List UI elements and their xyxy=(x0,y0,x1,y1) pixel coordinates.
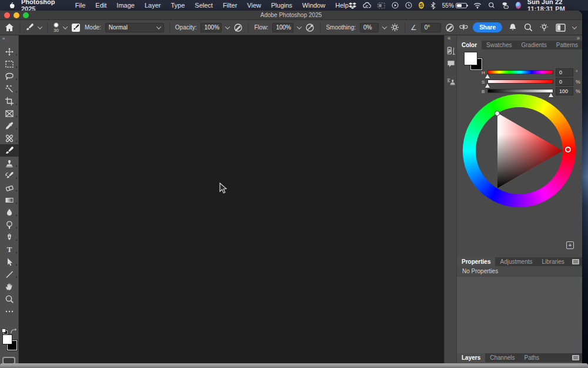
flow-input[interactable]: 100% xyxy=(272,23,293,32)
menu-help[interactable]: Help xyxy=(335,2,349,9)
tab-swatches[interactable]: Swatches xyxy=(482,41,516,49)
menu-file[interactable]: File xyxy=(75,2,86,9)
brush-angle-input[interactable]: 0° xyxy=(421,23,441,32)
blur-tool[interactable] xyxy=(0,206,19,218)
marquee-tool[interactable] xyxy=(0,58,19,70)
dropbox-icon[interactable] xyxy=(349,2,356,9)
tab-channels[interactable]: Channels xyxy=(485,353,519,362)
brightness-slider[interactable] xyxy=(487,89,553,93)
color-wheel[interactable] xyxy=(462,93,577,211)
hue-value-input[interactable]: 0 xyxy=(556,68,573,77)
siri-icon[interactable] xyxy=(516,2,521,9)
workspace-chevron-icon[interactable] xyxy=(572,24,577,29)
airbrush-icon[interactable] xyxy=(305,23,315,32)
dodge-tool[interactable] xyxy=(0,218,19,231)
edit-toolbar-ellipsis-icon[interactable] xyxy=(0,305,19,317)
tool-preset-chevron-icon[interactable] xyxy=(38,24,42,29)
pen-tool[interactable] xyxy=(0,231,19,243)
frame-tool[interactable] xyxy=(0,107,19,120)
home-button[interactable] xyxy=(5,23,14,32)
tool-preset-brush-icon[interactable] xyxy=(25,23,34,32)
share-button[interactable]: Share xyxy=(473,22,502,32)
gradient-tool[interactable] xyxy=(0,194,19,206)
zoom-tool[interactable] xyxy=(0,293,19,305)
blend-mode-select[interactable]: Normal xyxy=(105,23,164,32)
clone-source-icon[interactable] xyxy=(447,78,455,88)
brush-tip-preview[interactable]: 30 xyxy=(54,22,59,33)
hue-slider[interactable] xyxy=(487,70,553,74)
menu-filter[interactable]: Filter xyxy=(223,2,237,9)
opacity-pressure-icon[interactable] xyxy=(233,23,243,32)
hue-ring-marker[interactable] xyxy=(565,147,571,152)
path-selection-tool[interactable] xyxy=(0,256,19,268)
tab-properties[interactable]: Properties xyxy=(457,257,495,266)
tab-layers[interactable]: Layers xyxy=(457,353,485,362)
zoom-window-button[interactable] xyxy=(23,12,29,18)
lasso-tool[interactable] xyxy=(0,70,19,82)
discover-lightbulb-icon[interactable] xyxy=(540,23,549,32)
opacity-chevron-icon[interactable] xyxy=(225,24,230,29)
tab-paths[interactable]: Paths xyxy=(520,353,544,362)
menu-select[interactable]: Select xyxy=(195,2,213,9)
saturation-slider-thumb[interactable] xyxy=(485,84,490,88)
hand-tool[interactable] xyxy=(0,280,19,293)
type-tool[interactable]: T xyxy=(0,243,19,256)
tab-patterns[interactable]: Patterns xyxy=(552,41,582,49)
brush-settings-icon[interactable] xyxy=(447,47,455,58)
minimize-window-button[interactable] xyxy=(14,12,19,18)
eyedropper-tool[interactable] xyxy=(0,120,19,132)
opacity-input[interactable]: 100% xyxy=(201,23,222,32)
tab-adjustments[interactable]: Adjustments xyxy=(495,257,537,266)
user-switch-icon[interactable] xyxy=(502,2,509,9)
menu-plugins[interactable]: Plugins xyxy=(271,2,292,9)
play-circle-icon[interactable] xyxy=(392,2,399,9)
tab-libraries[interactable]: Libraries xyxy=(537,257,569,266)
menu-layer[interactable]: Layer xyxy=(145,2,161,9)
search-icon[interactable] xyxy=(524,23,533,32)
close-window-button[interactable] xyxy=(4,12,10,18)
panel-foreground-swatch[interactable] xyxy=(464,52,477,65)
line-tool[interactable] xyxy=(0,268,19,280)
symmetry-butterfly-icon[interactable] xyxy=(459,23,469,32)
tab-gradients[interactable]: Gradients xyxy=(516,41,551,49)
apple-menu-icon[interactable] xyxy=(8,2,15,9)
move-tool[interactable] xyxy=(0,45,19,58)
wifi-icon[interactable] xyxy=(473,2,482,9)
time-machine-icon[interactable] xyxy=(405,2,412,9)
foreground-color-swatch[interactable] xyxy=(2,334,12,344)
crop-tool[interactable] xyxy=(0,95,19,107)
brush-picker-chevron-icon[interactable] xyxy=(63,24,68,29)
window-icon[interactable] xyxy=(377,2,385,9)
menu-window[interactable]: Window xyxy=(302,2,325,9)
bluetooth-icon[interactable] xyxy=(430,2,436,9)
notifications-bell-icon[interactable] xyxy=(509,23,517,32)
healing-brush-tool[interactable] xyxy=(0,132,19,144)
smoothing-input[interactable]: 0% xyxy=(360,23,379,32)
layers-panel-menu-icon[interactable] xyxy=(572,355,579,360)
saturation-brightness-triangle[interactable] xyxy=(476,107,563,194)
hue-slider-thumb[interactable] xyxy=(485,74,490,78)
add-to-swatches-button[interactable]: + xyxy=(566,241,574,249)
brush-tool[interactable] xyxy=(0,144,19,157)
collapse-panels-icon[interactable]: « xyxy=(447,35,451,41)
macos-dock-edge[interactable] xyxy=(0,363,588,368)
workspace-switcher-icon[interactable] xyxy=(556,24,566,32)
smoothing-gear-icon[interactable] xyxy=(390,23,399,32)
object-selection-tool[interactable] xyxy=(0,82,19,95)
flow-chevron-icon[interactable] xyxy=(297,24,302,29)
canvas-area[interactable] xyxy=(19,35,444,368)
comments-icon[interactable] xyxy=(447,59,455,70)
saturation-slider[interactable] xyxy=(487,79,553,84)
properties-panel-menu-icon[interactable] xyxy=(572,259,579,264)
toggle-brush-settings-icon[interactable] xyxy=(71,23,81,32)
menu-view[interactable]: View xyxy=(247,2,261,9)
history-brush-tool[interactable] xyxy=(0,169,19,181)
menu-type[interactable]: Type xyxy=(171,2,185,9)
triangle-color-marker[interactable] xyxy=(495,111,500,116)
creative-cloud-icon[interactable] xyxy=(363,2,371,9)
s-badge-icon[interactable]: S xyxy=(419,2,424,9)
clone-stamp-tool[interactable] xyxy=(0,157,19,169)
battery-icon[interactable]: 55% xyxy=(442,2,467,9)
smoothing-chevron-icon[interactable] xyxy=(382,24,387,29)
spotlight-icon[interactable] xyxy=(488,2,495,9)
